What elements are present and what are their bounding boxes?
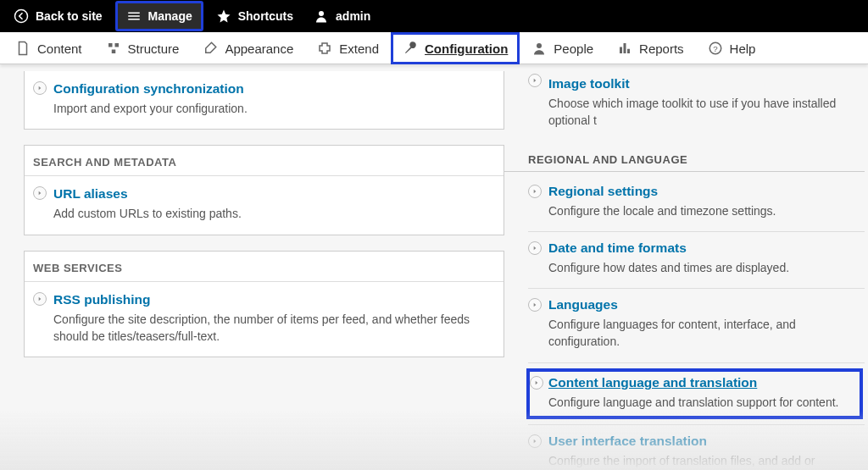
- structure-icon: [106, 41, 121, 56]
- ui-translation-desc: Configure the import of translation file…: [548, 452, 856, 470]
- item-content-language-translation[interactable]: Content language and translation Configu…: [525, 367, 865, 421]
- tab-extend-label: Extend: [339, 41, 379, 56]
- item-date-time[interactable]: Date and time formats Configure how date…: [504, 232, 868, 286]
- svg-point-1: [319, 11, 324, 16]
- config-sync-link[interactable]: Configuration synchronization: [53, 81, 492, 97]
- user-label: admin: [336, 9, 370, 23]
- svg-text:?: ?: [713, 44, 718, 53]
- regional-settings-desc: Configure the locale and timezone settin…: [548, 202, 856, 219]
- star-icon: [216, 8, 231, 24]
- item-regional-settings[interactable]: Regional settings Configure the locale a…: [504, 175, 868, 229]
- config-page: Configuration synchronization Import and…: [0, 64, 868, 470]
- content-language-link[interactable]: Content language and translation: [548, 375, 853, 390]
- paintbrush-icon: [203, 41, 218, 56]
- wrench-icon: [403, 41, 418, 56]
- tab-structure-label: Structure: [128, 41, 180, 56]
- languages-link[interactable]: Languages: [548, 297, 856, 312]
- svg-point-0: [15, 10, 28, 23]
- chevron-right-icon: [528, 74, 542, 87]
- puzzle-icon: [317, 41, 332, 56]
- back-to-site[interactable]: Back to site: [3, 2, 113, 30]
- tab-appearance[interactable]: Appearance: [191, 32, 305, 64]
- chevron-right-icon: [33, 81, 47, 95]
- date-time-link[interactable]: Date and time formats: [548, 241, 856, 256]
- image-toolkit-desc: Choose which image toolkit to use if you…: [548, 95, 856, 130]
- languages-desc: Configure languages for content, interfa…: [548, 316, 856, 351]
- divider: [528, 362, 865, 363]
- config-left-column: Configuration synchronization Import and…: [0, 64, 504, 470]
- config-sync-desc: Import and export your configuration.: [53, 100, 492, 117]
- date-time-desc: Configure how dates and times are displa…: [548, 259, 856, 276]
- tab-content[interactable]: Content: [3, 32, 94, 64]
- panel-web-services: WEB SERVICES RSS publishing Configure th…: [24, 251, 504, 358]
- tab-configuration[interactable]: Configuration: [391, 32, 520, 64]
- tab-people[interactable]: People: [520, 32, 605, 64]
- chevron-right-icon: [33, 186, 47, 200]
- image-toolkit-link[interactable]: Image toolkit: [548, 76, 856, 91]
- content-language-desc: Configure language and translation suppo…: [548, 394, 853, 411]
- chevron-right-icon: [33, 292, 47, 306]
- help-icon: ?: [708, 41, 723, 56]
- chevron-left-icon: [14, 8, 29, 24]
- item-ui-translation[interactable]: User interface translation Configure the…: [504, 425, 868, 470]
- user-menu[interactable]: admin: [303, 2, 381, 30]
- panel-config-management: Configuration synchronization Import and…: [24, 71, 504, 130]
- rss-desc: Configure the site description, the numb…: [53, 311, 492, 346]
- shortcuts-toggle[interactable]: Shortcuts: [206, 2, 303, 30]
- chevron-right-icon: [528, 298, 542, 312]
- svg-point-2: [537, 43, 542, 48]
- ui-translation-link[interactable]: User interface translation: [548, 434, 856, 449]
- manage-toggle[interactable]: Manage: [116, 2, 203, 30]
- admin-menu: Content Structure Appearance Extend Conf…: [0, 32, 868, 64]
- chevron-right-icon: [530, 376, 543, 390]
- back-to-site-label: Back to site: [36, 9, 103, 23]
- tab-structure[interactable]: Structure: [94, 32, 192, 64]
- chevron-right-icon: [528, 185, 542, 198]
- tab-content-label: Content: [37, 41, 82, 56]
- url-aliases-link[interactable]: URL aliases: [53, 186, 492, 202]
- item-languages[interactable]: Languages Configure languages for conten…: [504, 289, 868, 361]
- rss-link[interactable]: RSS publishing: [53, 292, 492, 307]
- item-image-toolkit[interactable]: Image toolkit Choose which image toolkit…: [504, 64, 868, 140]
- item-config-sync[interactable]: Configuration synchronization Import and…: [25, 71, 504, 129]
- person-icon: [531, 41, 547, 56]
- url-aliases-desc: Add custom URLs to existing paths.: [53, 205, 492, 222]
- chevron-right-icon: [528, 241, 542, 255]
- tab-configuration-label: Configuration: [425, 41, 508, 56]
- tab-people-label: People: [554, 41, 593, 56]
- shortcuts-label: Shortcuts: [238, 9, 293, 23]
- panel-search-metadata: SEARCH AND METADATA URL aliases Add cust…: [24, 145, 504, 235]
- chevron-right-icon: [528, 434, 542, 448]
- tab-extend[interactable]: Extend: [305, 32, 391, 64]
- tab-reports[interactable]: Reports: [605, 32, 696, 64]
- search-metadata-header: SEARCH AND METADATA: [25, 146, 504, 175]
- tab-help-label: Help: [730, 41, 756, 56]
- file-icon: [15, 41, 31, 56]
- tab-help[interactable]: ? Help: [696, 32, 768, 64]
- tab-reports-label: Reports: [639, 41, 684, 56]
- bar-chart-icon: [617, 41, 632, 56]
- web-services-header: WEB SERVICES: [25, 252, 504, 281]
- item-rss[interactable]: RSS publishing Configure the site descri…: [25, 281, 504, 357]
- manage-label: Manage: [148, 9, 192, 23]
- user-icon: [314, 8, 329, 24]
- tab-appearance-label: Appearance: [225, 41, 293, 56]
- admin-toolbar: Back to site Manage Shortcuts admin: [0, 0, 868, 32]
- config-right-column: Image toolkit Choose which image toolkit…: [504, 64, 868, 470]
- regional-settings-link[interactable]: Regional settings: [548, 184, 856, 199]
- item-url-aliases[interactable]: URL aliases Add custom URLs to existing …: [25, 175, 504, 234]
- regional-language-header: REGIONAL AND LANGUAGE: [504, 140, 865, 172]
- hamburger-icon: [126, 8, 142, 24]
